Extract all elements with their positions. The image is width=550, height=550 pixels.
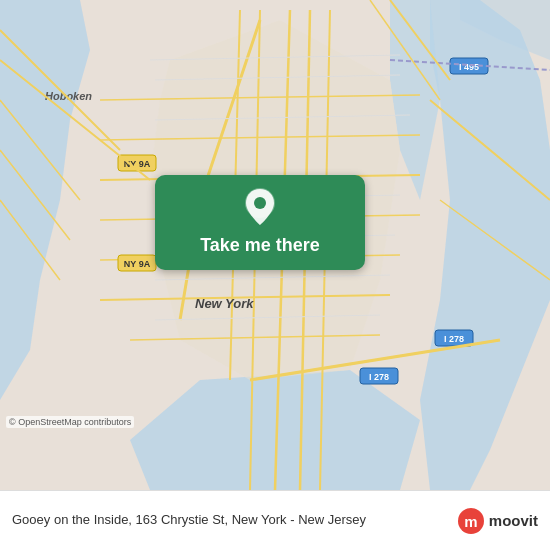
take-me-there-button[interactable]: Take me there	[155, 175, 365, 270]
moovit-logo-icon: m	[457, 507, 485, 535]
destination-description: Gooey on the Inside, 163 Chrystie St, Ne…	[12, 512, 447, 529]
svg-text:I 278: I 278	[369, 372, 389, 382]
moovit-wordmark: moovit	[489, 512, 538, 529]
map-pin-icon	[238, 185, 282, 229]
svg-text:NY 9A: NY 9A	[124, 259, 151, 269]
svg-text:Hoboken: Hoboken	[45, 90, 92, 102]
map-attribution: © OpenStreetMap contributors	[6, 416, 134, 428]
svg-text:m: m	[464, 513, 477, 530]
svg-text:I 278: I 278	[444, 334, 464, 344]
moovit-logo: m moovit	[457, 507, 538, 535]
svg-text:New York: New York	[195, 296, 254, 311]
svg-text:NY 9A: NY 9A	[124, 159, 151, 169]
take-me-there-label: Take me there	[200, 235, 320, 256]
svg-point-52	[254, 197, 266, 209]
bottom-bar: Gooey on the Inside, 163 Chrystie St, Ne…	[0, 490, 550, 550]
map-container: NY 9A NY 9A I 495 I 278 I 278 Hoboken Ne…	[0, 0, 550, 490]
